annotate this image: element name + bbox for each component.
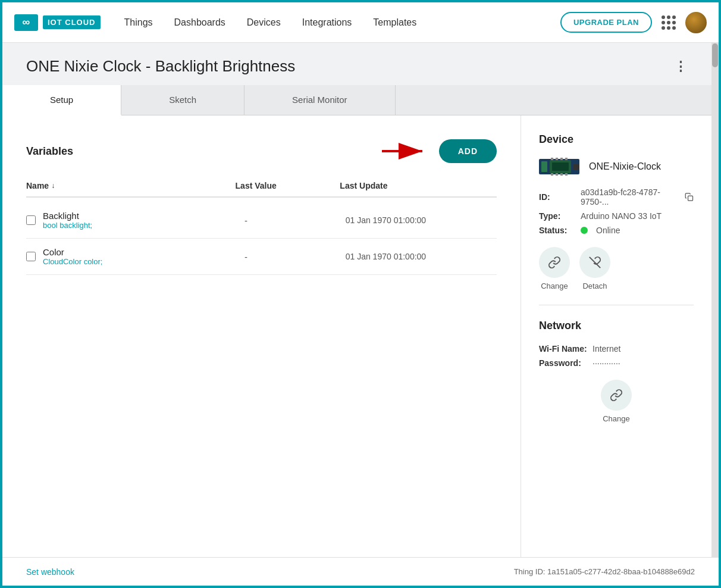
var-update-color: 01 Jan 1970 01:00:00: [346, 252, 497, 261]
network-section-title: Network: [539, 320, 694, 332]
var-name-col-backlight: Backlight bool backlight;: [43, 211, 244, 230]
svg-rect-7: [556, 158, 558, 160]
wifi-name-value: Internet: [593, 344, 620, 354]
password-label: Password:: [539, 358, 593, 368]
network-section: Network Wi-Fi Name: Internet Password: ·…: [539, 320, 694, 423]
svg-rect-9: [565, 158, 568, 160]
change-network-icon: [601, 380, 632, 411]
change-network-label: Change: [603, 414, 630, 423]
var-type-color: CloudColor color;: [43, 257, 244, 266]
device-actions: Change Detach: [539, 247, 694, 290]
header-right: UPGRADE PLAN: [560, 12, 707, 33]
col-last-value-header: Last Value: [236, 181, 340, 190]
scrollbar-thumb[interactable]: [712, 43, 718, 67]
thing-id-value: 1a151a05-c277-42d2-8baa-b104888e69d2: [547, 567, 695, 576]
svg-rect-13: [565, 173, 568, 176]
add-variable-button[interactable]: ADD: [439, 139, 497, 163]
row-checkbox-backlight[interactable]: [26, 215, 36, 225]
arduino-logo-icon: [14, 14, 38, 31]
change-device-label: Change: [541, 282, 568, 290]
left-panel: Variables ADD: [2, 115, 521, 557]
red-arrow-icon: [382, 142, 430, 160]
var-type-backlight: bool backlight;: [43, 221, 244, 230]
nav-templates[interactable]: Templates: [373, 17, 416, 28]
svg-rect-3: [541, 161, 547, 172]
device-status-label: Status:: [539, 226, 581, 235]
scrollbar[interactable]: [711, 43, 719, 557]
svg-rect-6: [551, 158, 553, 160]
more-options-icon[interactable]: ⋮: [674, 59, 688, 74]
device-type-label: Type:: [539, 211, 581, 221]
thing-id-label: Thing ID:: [514, 567, 546, 576]
var-name-color: Color: [43, 247, 244, 257]
row-checkbox-color[interactable]: [26, 252, 36, 261]
copy-icon[interactable]: [685, 192, 694, 202]
col-name-header: Name ↓: [26, 181, 236, 190]
device-id-value: a03d1a9b-fc28-4787-9750-...: [581, 187, 694, 207]
page-title: ONE Nixie Clock - Backlight Brightness: [26, 57, 295, 76]
col-last-update-header: Last Update: [340, 181, 497, 190]
tab-setup[interactable]: Setup: [2, 85, 121, 115]
set-webhook-link[interactable]: Set webhook: [26, 567, 74, 577]
main-content: ONE Nixie Clock - Backlight Brightness ⋮…: [2, 43, 711, 557]
header: IOT CLOUD Things Dashboards Devices Inte…: [2, 2, 719, 43]
page-header: ONE Nixie Clock - Backlight Brightness ⋮: [2, 43, 711, 85]
body-layout: Variables ADD: [2, 115, 711, 557]
logo-area: IOT CLOUD: [14, 14, 101, 31]
wifi-name-row: Wi-Fi Name: Internet: [539, 344, 694, 354]
nav-things[interactable]: Things: [124, 17, 153, 28]
device-name: ONE-Nixie-Clock: [589, 161, 661, 172]
password-value: ············: [593, 358, 620, 368]
upgrade-plan-button[interactable]: UPGRADE PLAN: [560, 12, 652, 33]
status-online-dot: [581, 227, 588, 234]
device-id-row: ID: a03d1a9b-fc28-4787-9750-...: [539, 187, 694, 207]
password-row: Password: ············: [539, 358, 694, 368]
nav-dashboards[interactable]: Dashboards: [174, 17, 225, 28]
content-area: ONE Nixie Clock - Backlight Brightness ⋮…: [2, 43, 719, 557]
logo-text: IOT CLOUD: [43, 15, 101, 29]
detach-icon: [579, 247, 610, 278]
network-info: Wi-Fi Name: Internet Password: ·········…: [539, 344, 694, 368]
svg-rect-5: [552, 162, 569, 171]
change-device-button[interactable]: Change: [539, 247, 570, 290]
nav-integrations[interactable]: Integrations: [302, 17, 352, 28]
footer: Set webhook Thing ID: 1a151a05-c277-42d2…: [2, 557, 719, 586]
table-row: Backlight bool backlight; - 01 Jan 1970 …: [26, 202, 497, 239]
table-header: Name ↓ Last Value Last Update: [26, 181, 497, 198]
wifi-name-label: Wi-Fi Name:: [539, 344, 593, 354]
device-id-label: ID:: [539, 192, 581, 202]
svg-rect-14: [573, 164, 579, 170]
svg-rect-15: [688, 196, 693, 201]
device-chip-icon: [539, 158, 579, 176]
device-status-row: Status: Online: [539, 226, 694, 235]
device-card: ONE-Nixie-Clock: [539, 158, 694, 176]
svg-rect-8: [560, 158, 563, 160]
tab-sketch[interactable]: Sketch: [121, 85, 244, 115]
arrow-add-wrapper: ADD: [382, 139, 497, 163]
change-network-button[interactable]: Change: [539, 380, 694, 423]
var-value-backlight: -: [244, 215, 346, 226]
device-type-row: Type: Arduino NANO 33 IoT: [539, 211, 694, 221]
var-name-col-color: Color CloudColor color;: [43, 247, 244, 266]
sort-icon[interactable]: ↓: [51, 182, 55, 190]
detach-device-button[interactable]: Detach: [579, 247, 610, 290]
svg-rect-12: [560, 173, 563, 176]
device-type-value: Arduino NANO 33 IoT: [581, 211, 662, 221]
variables-title: Variables: [26, 145, 73, 158]
tab-serial-monitor[interactable]: Serial Monitor: [244, 85, 396, 115]
apps-grid-icon[interactable]: [662, 15, 676, 30]
user-avatar[interactable]: [685, 12, 707, 33]
divider: [539, 305, 694, 305]
right-panel: Device: [521, 115, 711, 557]
nav-devices[interactable]: Devices: [247, 17, 281, 28]
var-value-color: -: [244, 252, 346, 262]
tabs: Setup Sketch Serial Monitor: [2, 85, 711, 115]
device-status-value: Online: [581, 226, 620, 235]
svg-rect-10: [551, 173, 553, 176]
device-section-title: Device: [539, 133, 694, 146]
detach-device-label: Detach: [582, 282, 607, 290]
device-info: ID: a03d1a9b-fc28-4787-9750-...: [539, 187, 694, 235]
main-nav: Things Dashboards Devices Integrations T…: [124, 17, 560, 28]
variables-table: Name ↓ Last Value Last Update Backlight: [26, 181, 497, 275]
thing-id-display: Thing ID: 1a151a05-c277-42d2-8baa-b10488…: [514, 567, 695, 576]
